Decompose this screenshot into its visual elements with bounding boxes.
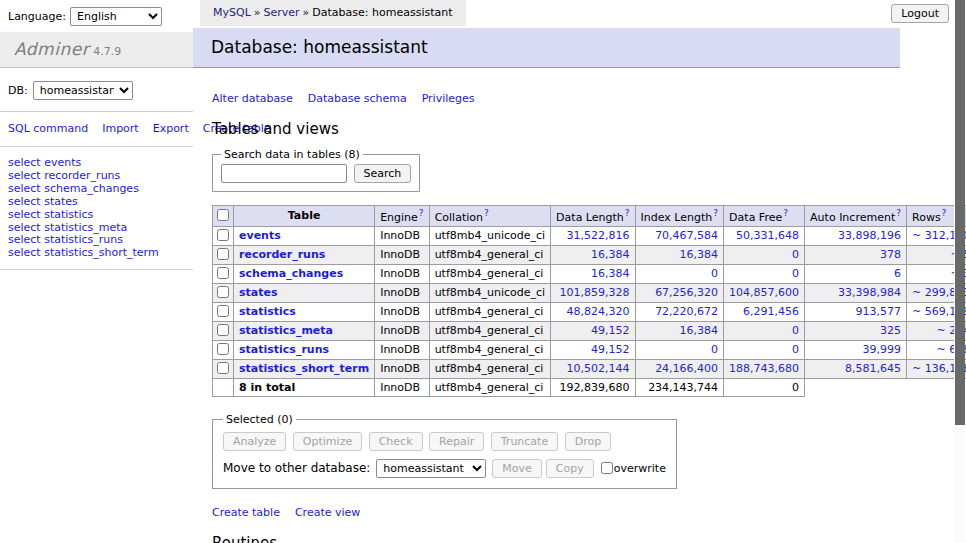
data-free-link[interactable]: 0	[792, 248, 799, 261]
data-length-link[interactable]: 16,384	[591, 248, 630, 261]
help-link[interactable]: ?	[896, 208, 901, 218]
collation-cell: utf8mb4_general_ci	[429, 359, 550, 378]
overwrite-checkbox[interactable]	[601, 462, 613, 474]
auto-increment-link[interactable]: 913,577	[856, 305, 902, 318]
row-checkbox[interactable]	[217, 267, 229, 279]
row-checkbox[interactable]	[217, 229, 229, 241]
db-select[interactable]: homeassistant	[33, 81, 133, 100]
auto-increment-link[interactable]: 378	[880, 248, 901, 261]
index-length-link[interactable]: 70,467,584	[655, 229, 718, 242]
logout-button[interactable]: Logout	[891, 4, 949, 23]
help-link[interactable]: ?	[484, 208, 489, 218]
auto-increment-link[interactable]: 325	[880, 324, 901, 337]
breadcrumb-server-link[interactable]: Server	[264, 6, 300, 19]
index-length-link[interactable]: 0	[711, 343, 718, 356]
help-link[interactable]: ?	[713, 208, 718, 218]
search-button[interactable]: Search	[354, 164, 412, 183]
repair-button[interactable]: Repair	[429, 432, 484, 451]
data-free-link[interactable]: 0	[792, 343, 799, 356]
adminer-logo: Adminer4.7.9	[0, 32, 193, 68]
data-free-link[interactable]: 0	[792, 267, 799, 280]
breadcrumb-mysql-link[interactable]: MySQL	[213, 6, 251, 19]
data-length-link[interactable]: 31,522,816	[567, 229, 630, 242]
index-length-link[interactable]: 67,256,320	[655, 286, 718, 299]
data-free-link[interactable]: 6,291,456	[743, 305, 799, 318]
help-link[interactable]: ?	[419, 208, 424, 218]
adminer-logo-text: Adminer	[14, 39, 89, 59]
help-link[interactable]: ?	[942, 208, 947, 218]
drop-button[interactable]: Drop	[565, 432, 611, 451]
index-length-link[interactable]: 0	[711, 267, 718, 280]
create-table-link[interactable]: Create table	[212, 506, 280, 519]
row-checkbox[interactable]	[217, 248, 229, 260]
auto-increment-link[interactable]: 33,898,196	[838, 229, 901, 242]
row-checkbox[interactable]	[217, 343, 229, 355]
row-checkbox[interactable]	[217, 305, 229, 317]
sidebar-item-import[interactable]: Import	[102, 122, 139, 135]
data-free-link[interactable]: 188,743,680	[729, 362, 799, 375]
move-database-select[interactable]: homeassistant	[376, 459, 486, 478]
table-name-link[interactable]: statistics_runs	[239, 343, 329, 356]
auto-increment-link[interactable]: 8,581,645	[845, 362, 901, 375]
optimize-button[interactable]: Optimize	[293, 432, 362, 451]
create-view-link[interactable]: Create view	[295, 506, 360, 519]
table-name-link[interactable]: statistics_short_term	[239, 362, 369, 375]
copy-button[interactable]: Copy	[546, 459, 594, 478]
table-row: statistics InnoDB utf8mb4_general_ci 48,…	[213, 302, 966, 321]
table-total-row: 8 in total InnoDB utf8mb4_general_ci 192…	[213, 378, 966, 396]
data-length-link[interactable]: 49,152	[591, 324, 630, 337]
table-row: events InnoDB utf8mb4_unicode_ci 31,522,…	[213, 226, 966, 245]
move-button[interactable]: Move	[492, 459, 542, 478]
data-length-link[interactable]: 16,384	[591, 267, 630, 280]
sidebar-item-select-recorder-runs[interactable]: select recorder_runs	[8, 170, 185, 183]
data-free-link[interactable]: 0	[792, 324, 799, 337]
auto-increment-link[interactable]: 33,398,984	[838, 286, 901, 299]
check-button[interactable]: Check	[369, 432, 423, 451]
sidebar-item-select-statistics[interactable]: select statistics	[8, 209, 185, 222]
language-select[interactable]: English	[70, 7, 162, 26]
sidebar-item-sql-command[interactable]: SQL command	[8, 122, 88, 135]
truncate-button[interactable]: Truncate	[491, 432, 558, 451]
data-free-link[interactable]: 104,857,600	[729, 286, 799, 299]
table-name-link[interactable]: statistics	[239, 305, 296, 318]
sidebar-item-select-events[interactable]: select events	[8, 157, 185, 170]
table-name-link[interactable]: events	[239, 229, 281, 242]
index-length-link[interactable]: 72,220,672	[655, 305, 718, 318]
row-checkbox[interactable]	[217, 286, 229, 298]
analyze-button[interactable]: Analyze	[223, 432, 286, 451]
vertical-scrollbar[interactable]	[954, 0, 965, 543]
search-input[interactable]	[221, 164, 347, 183]
column-header-index-length: Index Length?	[635, 206, 724, 227]
index-length-link[interactable]: 24,166,400	[655, 362, 718, 375]
sidebar-item-export[interactable]: Export	[153, 122, 189, 135]
data-length-link[interactable]: 101,859,328	[560, 286, 630, 299]
auto-increment-link[interactable]: 39,999	[863, 343, 902, 356]
index-length-link[interactable]: 16,384	[680, 248, 719, 261]
database-schema-link[interactable]: Database schema	[308, 92, 407, 105]
table-name-link[interactable]: recorder_runs	[239, 248, 325, 261]
sidebar-item-select-states[interactable]: select states	[8, 196, 185, 209]
row-checkbox[interactable]	[217, 324, 229, 336]
data-length-link[interactable]: 49,152	[591, 343, 630, 356]
index-length-link[interactable]: 16,384	[680, 324, 719, 337]
table-name-link[interactable]: statistics_meta	[239, 324, 333, 337]
help-link[interactable]: ?	[783, 208, 788, 218]
data-length-link[interactable]: 48,824,320	[567, 305, 630, 318]
alter-database-link[interactable]: Alter database	[212, 92, 293, 105]
row-checkbox[interactable]	[217, 362, 229, 374]
sidebar-item-select-schema-changes[interactable]: select schema_changes	[8, 183, 185, 196]
language-row: Language:English	[0, 0, 193, 32]
table-name-link[interactable]: states	[239, 286, 278, 299]
column-header-engine: Engine?	[375, 206, 429, 227]
select-all-checkbox[interactable]	[217, 209, 229, 221]
table-row: statistics_short_term InnoDB utf8mb4_gen…	[213, 359, 966, 378]
auto-increment-link[interactable]: 6	[894, 267, 901, 280]
sidebar-item-select-statistics-short-term[interactable]: select statistics_short_term	[8, 247, 185, 260]
data-free-link[interactable]: 50,331,648	[736, 229, 799, 242]
scrollbar-thumb[interactable]	[955, 0, 965, 425]
routines-heading: Routines	[212, 534, 890, 543]
privileges-link[interactable]: Privileges	[422, 92, 475, 105]
help-link[interactable]: ?	[625, 208, 630, 218]
data-length-link[interactable]: 10,502,144	[567, 362, 630, 375]
table-name-link[interactable]: schema_changes	[239, 267, 343, 280]
